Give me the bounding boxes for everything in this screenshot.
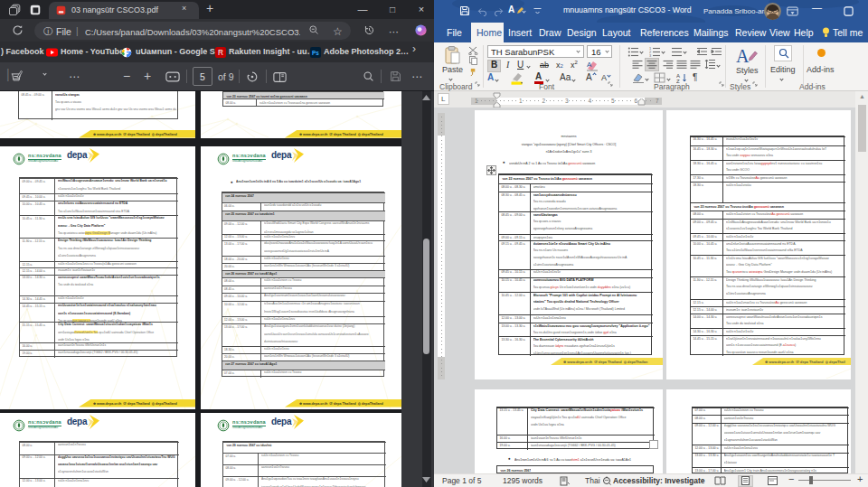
svg-text:3: 3 (649, 53, 652, 57)
svg-text:Ps: Ps (312, 49, 319, 55)
svg-text:A: A (587, 61, 592, 69)
svg-text:A: A (736, 46, 750, 66)
svg-text:R: R (218, 49, 223, 57)
